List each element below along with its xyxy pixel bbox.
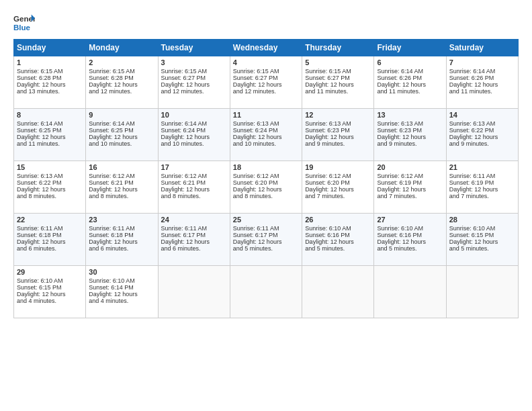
day-info-line: Sunrise: 6:11 AM [17,225,83,232]
day-info-line: and 8 minutes. [17,193,83,199]
day-info-line: Daylight: 12 hours [89,81,154,88]
day-info-line: Daylight: 12 hours [305,134,371,140]
day-info-line: Sunrise: 6:14 AM [449,68,515,75]
day-info-line: Sunset: 6:15 PM [449,232,515,238]
day-number: 19 [305,163,371,171]
day-info-line: Sunrise: 6:10 AM [17,277,83,284]
day-info-line: and 5 minutes. [377,245,443,252]
day-info-line: Sunrise: 6:12 AM [89,173,154,179]
day-info-line: Sunrise: 6:13 AM [233,120,299,127]
day-info-line: and 5 minutes. [305,245,371,252]
day-info-line: Daylight: 12 hours [17,81,83,88]
calendar-week-row: 22Sunrise: 6:11 AMSunset: 6:18 PMDayligh… [14,214,519,266]
day-info-line: Daylight: 12 hours [305,81,371,88]
day-info-line: Daylight: 12 hours [17,291,83,298]
day-info-line: Sunset: 6:25 PM [89,127,154,134]
day-info-line: and 10 minutes. [89,140,154,147]
day-info-line: Sunset: 6:16 PM [377,232,443,238]
header-day: Monday [86,40,158,56]
day-info-line: Daylight: 12 hours [377,81,443,88]
day-info-line: Sunset: 6:27 PM [233,75,299,81]
day-info-line: Daylight: 12 hours [17,134,83,140]
day-info-line: Sunrise: 6:14 AM [17,120,83,127]
day-info-line: Daylight: 12 hours [161,134,227,140]
day-info-line: Sunset: 6:15 PM [17,284,83,291]
day-number: 8 [17,111,83,119]
day-info-line: Sunset: 6:28 PM [89,75,154,81]
calendar-cell [158,266,230,318]
header-row: SundayMondayTuesdayWednesdayThursdayFrid… [14,40,519,56]
day-info-line: Sunrise: 6:10 AM [377,225,443,232]
calendar-cell [302,266,374,318]
calendar-cell: 21Sunrise: 6:11 AMSunset: 6:19 PMDayligh… [446,161,518,214]
day-info-line: Sunrise: 6:11 AM [233,225,299,232]
day-info-line: and 11 minutes. [17,140,83,147]
day-number: 4 [233,58,299,66]
day-number: 26 [305,216,371,224]
day-info-line: Sunrise: 6:14 AM [161,120,227,127]
day-info-line: Daylight: 12 hours [89,238,154,245]
calendar-cell [230,266,302,318]
calendar-cell: 24Sunrise: 6:11 AMSunset: 6:17 PMDayligh… [158,214,230,266]
day-info-line: Sunrise: 6:15 AM [305,68,371,75]
day-info-line: Daylight: 12 hours [233,238,299,245]
day-info-line: Sunrise: 6:11 AM [89,225,154,232]
day-info-line: and 13 minutes. [17,88,83,95]
day-info-line: Sunrise: 6:10 AM [449,225,515,232]
calendar-week-row: 15Sunrise: 6:13 AMSunset: 6:22 PMDayligh… [14,161,519,214]
header-day: Tuesday [158,40,230,56]
day-number: 3 [161,58,227,66]
day-info-line: and 10 minutes. [161,140,227,147]
day-number: 20 [377,163,443,171]
calendar-cell: 22Sunrise: 6:11 AMSunset: 6:18 PMDayligh… [14,214,86,266]
day-info-line: Daylight: 12 hours [161,81,227,88]
day-info-line: Sunrise: 6:12 AM [233,173,299,179]
day-info-line: Daylight: 12 hours [305,186,371,193]
day-number: 29 [17,268,83,276]
day-info-line: Sunset: 6:20 PM [305,179,371,186]
calendar-cell: 3Sunrise: 6:15 AMSunset: 6:27 PMDaylight… [158,56,230,109]
day-number: 15 [17,163,83,171]
day-info-line: and 12 minutes. [161,88,227,95]
calendar-cell: 7Sunrise: 6:14 AMSunset: 6:26 PMDaylight… [446,56,518,109]
day-number: 12 [305,111,371,119]
day-info-line: Sunset: 6:21 PM [161,179,227,186]
day-number: 7 [449,58,515,66]
day-info-line: Sunset: 6:24 PM [161,127,227,134]
day-number: 23 [89,216,154,224]
calendar-cell: 17Sunrise: 6:12 AMSunset: 6:21 PMDayligh… [158,161,230,214]
day-number: 21 [449,163,515,171]
day-number: 10 [161,111,227,119]
day-info-line: Daylight: 12 hours [449,81,515,88]
calendar-week-row: 29Sunrise: 6:10 AMSunset: 6:15 PMDayligh… [14,266,519,318]
day-number: 22 [17,216,83,224]
day-info-line: and 7 minutes. [305,193,371,199]
day-number: 9 [89,111,154,119]
calendar-cell: 6Sunrise: 6:14 AMSunset: 6:26 PMDaylight… [374,56,446,109]
calendar-cell: 20Sunrise: 6:12 AMSunset: 6:19 PMDayligh… [374,161,446,214]
logo: General Blue [13,12,35,34]
day-number: 1 [17,58,83,66]
day-info-line: Sunset: 6:17 PM [233,232,299,238]
day-info-line: and 12 minutes. [89,88,154,95]
day-info-line: Sunset: 6:17 PM [161,232,227,238]
day-info-line: Daylight: 12 hours [449,134,515,140]
calendar-cell: 10Sunrise: 6:14 AMSunset: 6:24 PMDayligh… [158,109,230,161]
day-info-line: and 7 minutes. [377,193,443,199]
day-number: 14 [449,111,515,119]
day-info-line: Sunset: 6:18 PM [17,232,83,238]
day-info-line: Sunset: 6:27 PM [305,75,371,81]
calendar-cell: 30Sunrise: 6:10 AMSunset: 6:14 PMDayligh… [86,266,158,318]
day-number: 17 [161,163,227,171]
day-info-line: Daylight: 12 hours [377,134,443,140]
day-info-line: Sunset: 6:19 PM [449,179,515,186]
day-info-line: Sunrise: 6:15 AM [89,68,154,75]
day-info-line: Sunset: 6:24 PM [233,127,299,134]
day-info-line: Sunrise: 6:11 AM [161,225,227,232]
day-info-line: Sunrise: 6:15 AM [17,68,83,75]
calendar-cell: 12Sunrise: 6:13 AMSunset: 6:23 PMDayligh… [302,109,374,161]
day-info-line: Sunrise: 6:12 AM [161,173,227,179]
day-info-line: Sunset: 6:19 PM [377,179,443,186]
day-info-line: Sunrise: 6:10 AM [89,277,154,284]
day-info-line: Sunrise: 6:15 AM [233,68,299,75]
